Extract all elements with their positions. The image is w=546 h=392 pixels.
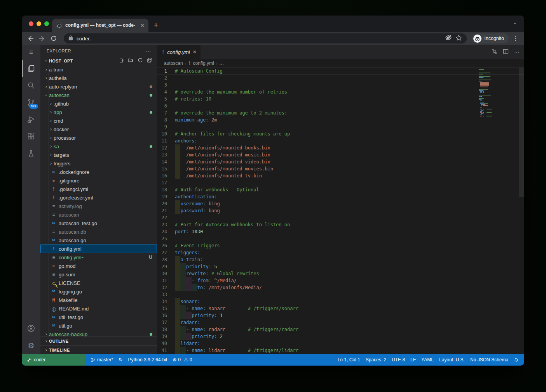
activity-bar-account-icon[interactable]: [22, 320, 40, 337]
tree-folder-a-train[interactable]: ›a-train: [40, 65, 157, 74]
tree-file--golangci-yml[interactable]: !.golangci.yml: [40, 185, 157, 193]
notifications-bell-icon[interactable]: [514, 357, 519, 363]
activity-bar-menu-icon[interactable]: ≡: [22, 45, 40, 60]
sync-icon[interactable]: ↻: [119, 357, 122, 363]
activity-bar-run-debug-icon[interactable]: [22, 111, 40, 128]
activity-bar-extensions-icon[interactable]: [22, 128, 40, 145]
editor-more-actions-icon[interactable]: ⋯: [514, 49, 520, 55]
activity-bar-settings-gear-icon[interactable]: ⚙: [22, 337, 40, 354]
tree-file--gitignore[interactable]: ◈.gitignore: [40, 176, 157, 185]
tree-file-go-mod[interactable]: ≋go.mod: [40, 262, 157, 270]
code-token: -: [180, 151, 186, 158]
new-tab-button[interactable]: +: [154, 21, 158, 29]
maximize-window-button[interactable]: [44, 21, 49, 26]
status-keyboard-layout[interactable]: Layout: U.S.: [439, 357, 465, 363]
tree-folder-triggers[interactable]: ›triggers: [40, 159, 157, 168]
activity-bar-testing-icon[interactable]: [22, 145, 40, 162]
tree-file-config-yml-[interactable]: ≡config.yml~U: [40, 253, 157, 262]
tree-file-autoscan-go[interactable]: GOautoscan.go: [40, 236, 157, 245]
tree-folder-app[interactable]: ›app: [40, 108, 157, 116]
tree-file-logging-go[interactable]: GOlogging.go: [40, 287, 157, 296]
reload-icon[interactable]: [49, 34, 58, 43]
collapse-all-icon[interactable]: [147, 57, 152, 64]
open-changes-icon[interactable]: [492, 49, 497, 56]
explorer-more-actions-icon[interactable]: ⋯: [146, 48, 151, 54]
status-language-mode[interactable]: YAML: [421, 357, 434, 363]
code-line: 31- from: ^/Media/: [157, 277, 524, 284]
status-indentation-status[interactable]: Spaces: 2: [366, 357, 386, 363]
refresh-icon[interactable]: [138, 57, 143, 64]
workspace-section-header[interactable]: › HOST_OPT: [40, 57, 157, 65]
sidebar-section-outline[interactable]: ›OUTLINE: [40, 337, 157, 345]
tree-folder-autoscan[interactable]: ›autoscan: [40, 91, 157, 99]
activity-bar-explorer-icon[interactable]: [22, 60, 40, 77]
tab-search-chevron-icon[interactable]: ›: [513, 23, 519, 24]
editor-tab-configyml[interactable]: ! config.yml ✕: [157, 45, 201, 59]
tree-folder-sa[interactable]: ›sa: [40, 142, 157, 151]
browser-tab[interactable]: config.yml — host_opt — code- ✕: [52, 19, 148, 32]
status-encoding-status[interactable]: UTF-8: [392, 357, 405, 363]
new-folder-icon[interactable]: [128, 57, 134, 64]
line-number: 14: [157, 158, 175, 165]
editor-scrollbar[interactable]: [519, 68, 524, 197]
tree-folder-targets[interactable]: ›targets: [40, 151, 157, 159]
tree-file--dockerignore[interactable]: ≈.dockerignore: [40, 168, 157, 176]
code-editor[interactable]: 1# Autoscan Config234# override the maxi…: [157, 68, 524, 354]
url-text[interactable]: coder.: [77, 36, 441, 42]
breadcrumb[interactable]: autoscan›!config.yml›…: [157, 59, 524, 68]
tree-file-activity-log[interactable]: ≡activity.log: [40, 202, 157, 210]
tree-file-license[interactable]: LICENSE: [40, 279, 157, 287]
tree-folder-docker[interactable]: ›docker: [40, 125, 157, 134]
minimap-token: [480, 114, 482, 115]
new-file-icon[interactable]: [119, 57, 124, 64]
activity-bar-source-control-icon[interactable]: 9K+: [22, 94, 40, 111]
code-token: password:: [180, 207, 206, 214]
status-eol-status[interactable]: LF: [410, 357, 416, 363]
tree-file-util-go[interactable]: GOutil.go: [40, 321, 157, 330]
browser-menu-kebab-icon[interactable]: ⋮: [511, 34, 520, 43]
indent-guide: [180, 270, 186, 277]
breadcrumb-item[interactable]: autoscan: [164, 61, 183, 66]
breadcrumb-item[interactable]: …: [219, 61, 224, 66]
activity-bar-search-icon[interactable]: [22, 77, 40, 94]
split-editor-icon[interactable]: [503, 49, 509, 56]
tree-item-label: autoscan: [49, 92, 150, 98]
tree-file-util-test-go[interactable]: GOutil_test.go: [40, 313, 157, 321]
close-icon[interactable]: ✕: [193, 49, 197, 55]
minimap[interactable]: [479, 69, 518, 117]
tree-folder-auto-replyarr[interactable]: ›auto-replyarr: [40, 82, 157, 91]
tree-file-autoscan-db[interactable]: ≡autoscan.db: [40, 227, 157, 236]
tree-file-readme-md[interactable]: iREADME.md: [40, 304, 157, 313]
tree-folder-cmd[interactable]: ›cmd: [40, 116, 157, 125]
remote-indicator[interactable]: >< coder.: [22, 354, 86, 366]
tree-file--goreleaser-yml[interactable]: !.goreleaser.yml: [40, 193, 157, 202]
indent-guide: [180, 312, 186, 319]
tree-folder-autoscan-backup[interactable]: ›autoscan-backup: [40, 330, 157, 336]
bookmark-star-icon[interactable]: [455, 35, 462, 43]
git-branch-status[interactable]: master*: [91, 357, 113, 363]
forward-icon[interactable]: [37, 34, 47, 43]
python-interpreter-status[interactable]: Python 3.9.2 64-bit: [128, 357, 167, 363]
tree-file-go-sum[interactable]: ≡go.sum: [40, 270, 157, 279]
back-icon[interactable]: [26, 34, 35, 43]
tree-folder-processor[interactable]: ›processor: [40, 134, 157, 142]
tree-file-autoscan-test-go[interactable]: GOautoscan_test.go: [40, 219, 157, 227]
close-window-button[interactable]: [29, 21, 33, 26]
tree-file-config-yml[interactable]: !config.yml: [40, 245, 157, 253]
tab-close-icon[interactable]: ✕: [140, 23, 145, 28]
eye-off-icon[interactable]: [445, 34, 452, 43]
status-cursor-position[interactable]: Ln 1, Col 1: [338, 357, 360, 363]
url-bar[interactable]: coder.: [64, 33, 467, 43]
indent-guide: [180, 277, 186, 284]
tree-folder--github[interactable]: ›.github: [40, 99, 157, 108]
tree-file-autoscan[interactable]: ≡autoscan: [40, 210, 157, 219]
minimap-token: [481, 109, 482, 109]
code-token: -: [180, 172, 186, 179]
minimize-window-button[interactable]: [37, 21, 41, 26]
problems-status[interactable]: ⊗0 ⚠0: [173, 357, 192, 363]
sidebar-section-timeline[interactable]: ›TIMELINE: [40, 345, 157, 354]
tree-folder-authelia[interactable]: ›authelia: [40, 74, 157, 82]
tree-file-makefile[interactable]: MMakefile: [40, 296, 157, 304]
status-json-schema-status[interactable]: No JSON Schema: [470, 357, 508, 363]
breadcrumb-item[interactable]: config.yml: [193, 61, 214, 66]
